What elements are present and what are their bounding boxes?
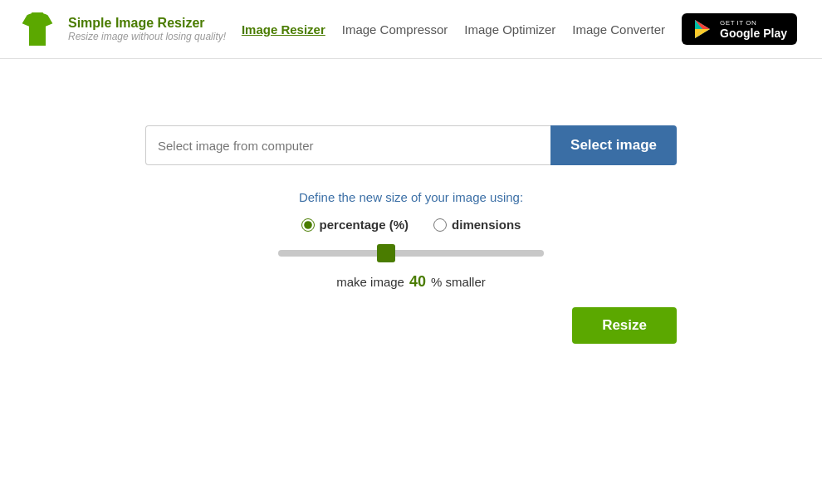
radio-dimensions[interactable]: dimensions (433, 218, 521, 232)
logo-area: Simple Image Resizer Resize image withou… (17, 8, 226, 50)
slider-container (278, 245, 544, 260)
nav-links: Image Resizer Image Compressor Image Opt… (242, 13, 797, 45)
main-content: Select image Define the new size of your… (0, 59, 822, 377)
percentage-value: 40 (409, 273, 426, 291)
radio-percentage-input[interactable] (301, 218, 315, 232)
header: Simple Image Resizer Resize image withou… (0, 0, 822, 59)
size-definition: Define the new size of your image using:… (145, 190, 677, 291)
radio-dimensions-input[interactable] (433, 218, 447, 232)
nav-image-converter[interactable]: Image Converter (572, 22, 665, 37)
play-get-it-text: GET IT ON (720, 19, 787, 27)
google-play-button[interactable]: GET IT ON Google Play (682, 13, 797, 45)
radio-group: percentage (%) dimensions (301, 218, 521, 232)
file-path-input[interactable] (145, 125, 550, 165)
resize-button[interactable]: Resize (572, 307, 677, 344)
percent-suffix-text: % smaller (431, 275, 486, 289)
percentage-label-row: make image 40 % smaller (336, 273, 486, 291)
define-size-label: Define the new size of your image using: (299, 190, 523, 204)
nav-image-resizer[interactable]: Image Resizer (242, 22, 325, 37)
percentage-slider[interactable] (278, 250, 544, 257)
play-store-icon (692, 18, 713, 40)
radio-percentage-label: percentage (%) (320, 218, 409, 232)
resize-button-row: Resize (145, 307, 677, 344)
logo-subtitle: Resize image without losing quality! (68, 31, 226, 42)
logo-icon (17, 8, 58, 50)
play-text-area: GET IT ON Google Play (720, 19, 787, 40)
file-input-row: Select image (145, 125, 677, 165)
select-image-button[interactable]: Select image (550, 125, 677, 165)
nav-image-compressor[interactable]: Image Compressor (342, 22, 448, 37)
make-image-text: make image (336, 275, 404, 289)
nav-image-optimizer[interactable]: Image Optimizer (464, 22, 555, 37)
logo-title: Simple Image Resizer (68, 16, 226, 31)
radio-percentage[interactable]: percentage (%) (301, 218, 409, 232)
radio-dimensions-label: dimensions (452, 218, 521, 232)
logo-text-area: Simple Image Resizer Resize image withou… (68, 16, 226, 42)
play-store-text: Google Play (720, 27, 787, 40)
